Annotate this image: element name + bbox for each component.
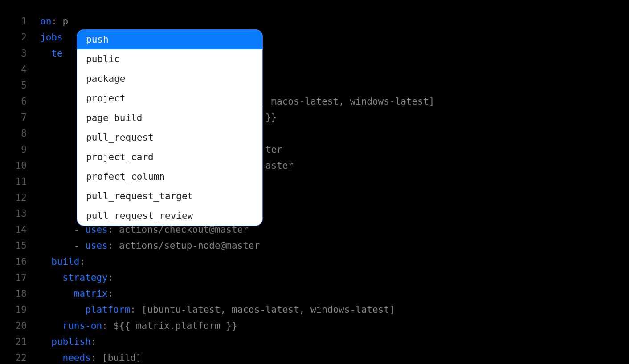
line-number: 17: [0, 270, 27, 286]
line-number: 22: [0, 350, 27, 364]
yaml-value: aster: [265, 160, 294, 171]
code-line: - uses: actions/setup-node@master: [40, 238, 629, 254]
autocomplete-item[interactable]: page_build: [77, 108, 262, 128]
line-number: 10: [0, 158, 27, 174]
autocomplete-item[interactable]: pull_request: [77, 128, 262, 147]
yaml-value: [build]: [102, 352, 142, 363]
yaml-key: uses: [85, 240, 108, 251]
autocomplete-item[interactable]: profect_column: [77, 167, 262, 186]
yaml-value: [ubuntu-latest, macos-latest, windows-la…: [142, 304, 395, 315]
line-number: 15: [0, 238, 27, 254]
line-number: 7: [0, 109, 27, 125]
line-number-gutter: 1 2 3 4 5 6 7 8 9 10 11 12 13 14 15 16 1…: [0, 13, 40, 364]
line-number: 4: [0, 61, 27, 77]
line-number: 16: [0, 254, 27, 270]
line-number: 1: [0, 13, 27, 29]
yaml-value: , macos-latest, windows-latest]: [260, 96, 434, 107]
yaml-key: build: [51, 256, 79, 267]
yaml-value: ter: [265, 144, 282, 155]
code-line: runs-on: ${{ matrix.platform }}: [40, 318, 629, 334]
line-number: 2: [0, 29, 27, 45]
code-line: platform: [ubuntu-latest, macos-latest, …: [40, 302, 629, 318]
line-number: 12: [0, 190, 27, 206]
autocomplete-item[interactable]: push: [77, 30, 262, 49]
code-line: build:: [40, 254, 629, 270]
yaml-key: strategy: [63, 272, 108, 283]
yaml-key: jobs: [40, 32, 63, 43]
line-number: 14: [0, 222, 27, 238]
line-number: 20: [0, 318, 27, 334]
yaml-key: te: [51, 48, 62, 59]
yaml-value: ${{ matrix.platform }}: [113, 320, 237, 331]
autocomplete-popup[interactable]: push public package project page_build p…: [77, 29, 263, 226]
line-number: 9: [0, 142, 27, 158]
line-number: 3: [0, 45, 27, 61]
autocomplete-item[interactable]: package: [77, 69, 262, 89]
line-number: 8: [0, 125, 27, 142]
code-line: matrix:: [40, 286, 629, 302]
autocomplete-item[interactable]: pull_request_review: [77, 206, 262, 226]
code-line: on: p: [40, 13, 629, 29]
autocomplete-item[interactable]: project: [77, 89, 262, 108]
code-line: strategy:: [40, 270, 629, 286]
yaml-key: platform: [85, 304, 130, 315]
code-line: publish:: [40, 334, 629, 350]
autocomplete-item[interactable]: pull_request_target: [77, 186, 262, 206]
line-number: 18: [0, 286, 27, 302]
line-number: 11: [0, 174, 27, 190]
line-number: 13: [0, 206, 27, 222]
yaml-value: p: [63, 16, 69, 27]
yaml-key: publish: [51, 336, 91, 347]
autocomplete-item[interactable]: project_card: [77, 147, 262, 167]
line-number: 6: [0, 93, 27, 109]
yaml-dash: -: [74, 240, 85, 251]
yaml-value: }}: [265, 112, 277, 123]
autocomplete-item[interactable]: public: [77, 49, 262, 69]
code-line: needs: [build]: [40, 350, 629, 364]
yaml-key: runs-on: [63, 320, 102, 331]
yaml-value: actions/setup-node@master: [119, 240, 260, 251]
line-number: 21: [0, 334, 27, 350]
line-number: 19: [0, 302, 27, 318]
yaml-key: matrix: [74, 288, 108, 299]
line-number: 5: [0, 77, 27, 93]
yaml-key: on: [40, 16, 51, 27]
yaml-key: needs: [63, 352, 91, 363]
